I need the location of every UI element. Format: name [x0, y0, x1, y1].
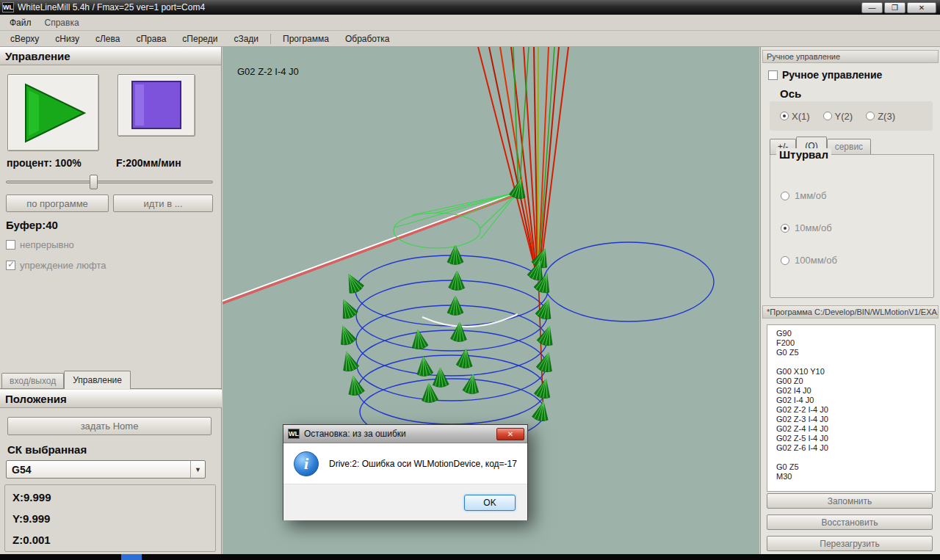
error-dialog-footer: OK	[283, 484, 527, 520]
axis-y-radio-dot[interactable]	[823, 112, 832, 120]
wheel-10mm-radio[interactable]: 10мм/об	[781, 222, 832, 233]
z-position: Z:0.001	[12, 534, 51, 546]
wheel-10mm-radio-dot[interactable]	[781, 224, 789, 233]
axis-z-radio[interactable]: Z(3)	[866, 111, 895, 122]
continuous-checkbox[interactable]: непрерывно	[6, 239, 74, 250]
feedrate-label: F:200мм/мин	[116, 157, 181, 169]
title-bar: WL WhiteLineMill 5.4h / Fmax=25 ver=1 po…	[0, 0, 940, 15]
backlash-checkbox-box[interactable]	[6, 261, 15, 270]
continuous-checkbox-box[interactable]	[6, 240, 15, 250]
left-tabbar: вход/выход Управление	[0, 371, 222, 389]
run-by-program-button[interactable]: по программе	[6, 194, 109, 212]
cs-label: СК выбранная	[7, 443, 87, 456]
manual-control-checkbox[interactable]: Ручное управление	[768, 69, 882, 81]
error-dialog-titlebar: WL Остановка: из за ошибки ✕	[283, 425, 527, 443]
wheel-1mm-radio-dot[interactable]	[781, 192, 789, 200]
positions-header: Положения	[0, 390, 222, 408]
manual-dock-caption[interactable]: Ручное управление	[762, 50, 939, 63]
y-position: Y:9.999	[12, 512, 50, 525]
axis-header: Ось	[780, 87, 801, 100]
axis-z-label: Z(3)	[878, 111, 895, 122]
error-dialog: WL Остановка: из за ошибки ✕ i Drive:2: …	[283, 424, 528, 520]
manual-control-checkbox-box[interactable]	[768, 70, 778, 80]
wheel-100mm-radio-dot[interactable]	[781, 256, 789, 265]
percent-label: процент: 100%	[7, 157, 82, 169]
manual-control-checkbox-label: Ручное управление	[782, 69, 882, 81]
axis-header-label: Ось	[780, 87, 801, 100]
menu-bar: Файл Справка	[0, 15, 940, 31]
program-dock-caption[interactable]: *Программа C:/Develop/BIN/WLMotionV1/EXA…	[762, 305, 939, 319]
toolbar-view-right[interactable]: сПрава	[130, 32, 172, 46]
wheel-1mm-label: 1мм/об	[795, 190, 826, 201]
toolbar-view-bottom[interactable]: сНизу	[49, 32, 85, 46]
axis-z-radio-dot[interactable]	[866, 112, 875, 120]
manual-control-panel: Ручное управление Ручное управление Ось …	[760, 47, 940, 554]
backlash-checkbox[interactable]: упреждение люфта	[6, 260, 106, 271]
handwheel-group-label: Штурвал	[776, 148, 831, 161]
axis-selector: X(1) Y(2) Z(3)	[770, 101, 933, 131]
set-home-button[interactable]: задать Home	[7, 417, 212, 435]
dialog-app-icon: WL	[288, 429, 300, 439]
control-panel-header: Управление	[0, 47, 221, 65]
coordinate-system-value: G54	[7, 464, 190, 476]
wheel-100mm-label: 100мм/об	[795, 255, 837, 266]
play-icon	[17, 81, 90, 145]
axis-y-radio[interactable]: Y(2)	[823, 111, 853, 122]
error-message: Drive:2: Ошибка оси WLMotionDevice, код=…	[329, 459, 517, 469]
toolbar-program[interactable]: Программа	[277, 32, 335, 46]
stop-icon	[130, 80, 183, 131]
view-toolbar: сВерху сНизу сЛева сПрава сПереди сЗади …	[0, 31, 940, 47]
taskbar-item[interactable]	[121, 554, 142, 560]
toolbar-separator	[270, 34, 271, 44]
menu-help[interactable]: Справка	[38, 15, 86, 30]
save-program-button[interactable]: Запомнить	[767, 493, 933, 509]
maximize-button[interactable]: ❐	[884, 2, 905, 13]
toolbar-view-front[interactable]: сПереди	[176, 32, 223, 46]
continuous-checkbox-label: непрерывно	[20, 239, 74, 250]
current-gcode-label: G02 Z-2 I-4 J0	[237, 66, 299, 77]
gcode-editor[interactable]: G90 F200 G0 Z5 G00 X10 Y10 G00 Z0 G02 I4…	[767, 324, 936, 492]
ok-button[interactable]: OK	[464, 495, 516, 511]
error-dialog-body: i Drive:2: Ошибка оси WLMotionDevice, ко…	[283, 443, 527, 484]
info-icon: i	[294, 451, 319, 476]
tab-control[interactable]: Управление	[64, 371, 131, 389]
start-button[interactable]	[7, 74, 99, 151]
close-button[interactable]: ✕	[907, 2, 936, 13]
wheel-100mm-radio[interactable]: 100мм/об	[781, 255, 837, 266]
axis-y-label: Y(2)	[835, 111, 853, 122]
stop-button[interactable]	[118, 74, 195, 137]
dialog-close-button[interactable]: ✕	[496, 428, 524, 440]
axis-x-radio[interactable]: X(1)	[780, 111, 810, 122]
coordinate-system-combobox[interactable]: G54 ▼	[6, 460, 206, 479]
handwheel-group: Штурвал 1мм/об 10мм/об 100мм/об	[770, 154, 934, 298]
toolbar-processing[interactable]: Обработка	[339, 32, 396, 46]
toolbar-view-top[interactable]: сВерху	[4, 32, 45, 46]
window-controls: — ❐ ✕	[861, 2, 936, 13]
percent-slider-thumb[interactable]	[90, 175, 98, 189]
app-logo-icon: WL	[2, 2, 14, 12]
wheel-10mm-label: 10мм/об	[795, 222, 832, 233]
minimize-button[interactable]: —	[861, 2, 883, 13]
axis-x-label: X(1)	[792, 111, 810, 122]
window-title: WhiteLineMill 5.4h / Fmax=25 ver=1 port=…	[18, 2, 861, 12]
percent-slider-track[interactable]	[6, 181, 213, 183]
error-dialog-title: Остановка: из за ошибки	[304, 429, 496, 439]
taskbar-strip	[0, 554, 940, 560]
goto-button[interactable]: идти в ...	[113, 194, 213, 212]
tab-io[interactable]: вход/выход	[1, 373, 64, 388]
control-panel: Управление процент: 100% F:200мм/мин по …	[0, 47, 222, 554]
toolbar-view-left[interactable]: сЛева	[90, 32, 126, 46]
app-window: WL WhiteLineMill 5.4h / Fmax=25 ver=1 po…	[0, 0, 940, 560]
chevron-down-icon[interactable]: ▼	[190, 461, 205, 478]
axis-x-radio-dot[interactable]	[780, 112, 789, 120]
buffer-label: Буфер:40	[6, 219, 58, 231]
backlash-checkbox-label: упреждение люфта	[20, 260, 106, 271]
menu-file[interactable]: Файл	[3, 15, 38, 30]
toolbar-view-back[interactable]: сЗади	[228, 32, 264, 46]
wheel-1mm-radio[interactable]: 1мм/об	[781, 190, 826, 201]
x-position: X:9.999	[12, 491, 51, 503]
reload-program-button[interactable]: Перезагрузить	[767, 536, 933, 551]
tab-service[interactable]: сервис	[827, 139, 871, 154]
restore-program-button[interactable]: Восстановить	[767, 514, 933, 530]
position-readout-group: X:9.999 Y:9.999 Z:0.001	[4, 484, 216, 552]
